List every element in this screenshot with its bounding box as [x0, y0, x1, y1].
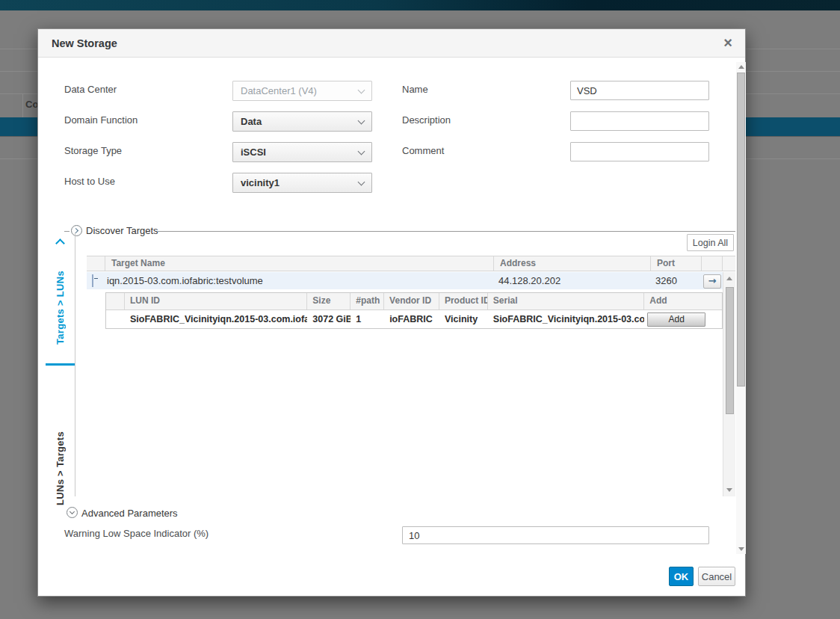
- host-to-use-select[interactable]: vicinity1: [232, 173, 372, 193]
- scroll-down-icon[interactable]: [726, 488, 732, 492]
- lun-size-cell: 3072 GiB: [307, 310, 350, 328]
- targets-header-address: Address: [494, 256, 651, 271]
- fieldset-line: [158, 231, 735, 232]
- storage-type-select[interactable]: iSCSI: [232, 142, 372, 162]
- dialog-scrollbar[interactable]: [736, 62, 746, 554]
- advanced-parameters-expander-icon[interactable]: [67, 507, 78, 518]
- dialog-header: New Storage ×: [38, 29, 745, 58]
- targets-table-scrollbar[interactable]: [723, 272, 735, 496]
- targets-table-header: Target Name Address Port: [87, 256, 735, 271]
- right-arrow-icon: →: [708, 275, 717, 286]
- close-icon[interactable]: ×: [718, 33, 738, 52]
- lun-path-cell: 1: [350, 310, 384, 328]
- scroll-down-icon[interactable]: [738, 547, 744, 551]
- tab-luns-targets-label: LUNs > Targets: [55, 431, 66, 505]
- luns-header-add: Add: [644, 293, 722, 310]
- login-all-button[interactable]: Login All: [687, 234, 734, 251]
- data-center-value: DataCenter1 (V4): [241, 81, 317, 100]
- luns-header-serial: Serial: [488, 293, 644, 310]
- chevron-down-icon: [358, 148, 365, 155]
- scrollbar-thumb[interactable]: [726, 287, 734, 414]
- lun-id-cell: SioFABRIC_Vicinityiqn.2015-03.com.iofa: [125, 310, 307, 328]
- target-login-cell: →: [702, 272, 723, 289]
- cancel-button[interactable]: Cancel: [698, 567, 735, 586]
- lun-product-cell: Vicinity: [439, 310, 488, 328]
- luns-table: LUN ID Size #path Vendor ID Product ID S…: [105, 292, 723, 329]
- target-row-expander-cell: [87, 272, 105, 289]
- storage-type-value: iSCSI: [241, 143, 266, 161]
- collapse-panel-chevron-up-icon[interactable]: [55, 238, 65, 248]
- chevron-down-icon: [358, 179, 365, 186]
- tab-divider: [46, 363, 75, 366]
- warning-low-space-label: Warning Low Space Indicator (%): [64, 528, 209, 539]
- app-masthead-bar: [0, 0, 840, 10]
- lun-add-cell: Add: [644, 310, 722, 328]
- warning-low-space-field[interactable]: [402, 526, 709, 544]
- login-target-arrow-button[interactable]: →: [703, 274, 721, 289]
- description-label: Description: [402, 114, 451, 126]
- targets-header-login-column: [702, 256, 723, 271]
- comment-label: Comment: [402, 145, 444, 156]
- new-storage-dialog: New Storage × Data Center Domain Functio…: [37, 28, 746, 597]
- background-column-header-label: Co: [25, 99, 38, 110]
- lun-vendor-cell: ioFABRIC: [384, 310, 439, 328]
- scrollbar-thumb[interactable]: [737, 73, 745, 387]
- tab-targets-luns-label: Targets > LUNs: [55, 271, 66, 345]
- name-field[interactable]: [570, 81, 709, 100]
- discover-targets-label: Discover Targets: [86, 225, 158, 236]
- luns-header-vendor-id: Vendor ID: [384, 293, 439, 310]
- host-to-use-value: vicinity1: [241, 173, 280, 192]
- dialog-title: New Storage: [52, 29, 117, 58]
- targets-header-port: Port: [651, 256, 702, 271]
- domain-function-select[interactable]: Data: [232, 111, 372, 132]
- fieldset-line-stub: [64, 231, 70, 232]
- screen: Co New Storage × Data Center Domain Func…: [0, 0, 840, 619]
- lun-serial-cell: SioFABRIC_Vicinityiqn.2015-03.co: [488, 310, 644, 328]
- luns-header-lun-id: LUN ID: [125, 293, 307, 310]
- luns-header-product-id: Product ID: [439, 293, 488, 310]
- chevron-down-icon: [358, 87, 365, 94]
- data-center-select[interactable]: DataCenter1 (V4): [232, 81, 372, 101]
- data-center-label: Data Center: [64, 84, 117, 95]
- collapse-row-minus-icon[interactable]: [92, 274, 93, 287]
- host-to-use-label: Host to Use: [64, 176, 115, 187]
- lun-row-select-cell: [106, 310, 125, 328]
- target-name-cell: iqn.2015-03.com.iofabric:testvolume: [105, 272, 494, 289]
- table-row-lun[interactable]: SioFABRIC_Vicinityiqn.2015-03.com.iofa 3…: [106, 310, 722, 328]
- scroll-up-icon[interactable]: [738, 65, 744, 69]
- scroll-up-icon[interactable]: [726, 277, 732, 280]
- tab-targets-luns[interactable]: Targets > LUNs: [46, 251, 75, 363]
- domain-function-value: Data: [241, 112, 262, 131]
- targets-header-target-name: Target Name: [105, 256, 494, 271]
- ok-button[interactable]: OK: [669, 567, 694, 586]
- minus-line: [94, 278, 98, 279]
- target-port-cell: 3260: [651, 272, 702, 289]
- chevron-down-icon: [70, 508, 75, 514]
- name-label: Name: [402, 84, 428, 95]
- discover-tabs-column: Targets > LUNs LUNs > Targets: [46, 232, 75, 496]
- storage-type-label: Storage Type: [64, 145, 122, 156]
- table-row-target[interactable]: iqn.2015-03.com.iofabric:testvolume 44.1…: [87, 272, 723, 289]
- targets-header-scroll-column: [723, 256, 735, 271]
- comment-field[interactable]: [570, 142, 709, 161]
- luns-table-header: LUN ID Size #path Vendor ID Product ID S…: [106, 293, 722, 310]
- description-field[interactable]: [570, 111, 709, 131]
- add-lun-button[interactable]: Add: [647, 312, 705, 327]
- luns-header-path: #path: [350, 293, 384, 310]
- domain-function-label: Domain Function: [64, 114, 138, 126]
- luns-header-size: Size: [307, 293, 350, 310]
- advanced-parameters-label: Advanced Parameters: [81, 508, 178, 519]
- luns-header-select-column: [106, 293, 125, 310]
- target-address-cell: 44.128.20.202: [494, 272, 651, 289]
- dialog-footer: [38, 554, 745, 596]
- targets-header-select-column: [87, 256, 105, 271]
- chevron-down-icon: [358, 117, 365, 125]
